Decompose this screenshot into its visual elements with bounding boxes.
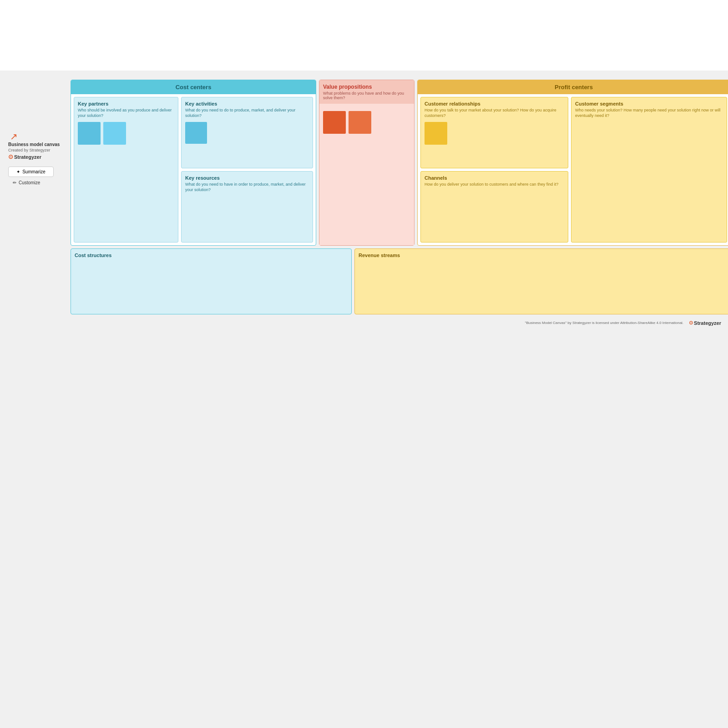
key-activities-title: Key activities (185, 101, 309, 106)
cost-centers-header: Cost centers (71, 80, 316, 94)
brand-logo-area: ↗ Business model canvas Created by Strat… (8, 132, 67, 160)
cost-structures-title: Cost structures (75, 253, 348, 258)
value-propositions-header: Value propositions What problems do you … (319, 80, 414, 104)
key-activities-desc: What do you need to do to produce, marke… (185, 108, 309, 118)
key-activities-resources-column: Key activities What do you need to do to… (181, 97, 313, 243)
footer: "Business Model Canvas" by Strategyzer i… (141, 316, 728, 329)
profit-centers-label: Profit centers (555, 84, 593, 91)
sticky-note-blue-3 (185, 122, 207, 144)
strategyzer-logo: ⊙Strategyzer (8, 153, 67, 160)
key-partners-desc: Who should be involved as you produce an… (78, 108, 174, 118)
sticky-note-orange (349, 111, 371, 134)
strategyzer-name: Strategyzer (14, 154, 41, 160)
value-propositions-subtitle: What problems do you have and how do you… (323, 91, 410, 100)
cost-structures-block: Cost structures (71, 248, 352, 314)
key-activities-block: Key activities What do you need to do to… (181, 97, 313, 168)
footer-logo: ⊙ Strategyzer (689, 320, 721, 326)
value-propositions-content (319, 104, 414, 245)
value-propositions-block: Value propositions What problems do you … (319, 80, 415, 246)
summarize-button[interactable]: ✦ Summarize (8, 167, 54, 177)
key-resources-desc: What do you need to have in order to pro… (185, 182, 309, 192)
sticky-note-orange-dark (323, 111, 346, 134)
profit-left-column: Customer relationships How do you talk t… (420, 97, 568, 243)
sticky-note-blue-2 (103, 122, 126, 145)
customer-relationships-desc: How do you talk to your market about you… (425, 108, 564, 118)
footer-strategyzer-name: Strategyzer (694, 320, 721, 326)
cost-centers-label: Cost centers (176, 84, 212, 91)
profit-centers-header: Profit centers (418, 80, 728, 94)
key-partners-title: Key partners (78, 101, 174, 106)
arrow-icon: ↗ (10, 132, 67, 141)
brand-title: Business model canvas (8, 142, 67, 147)
summarize-label: Summarize (22, 169, 46, 174)
customer-relationships-block: Customer relationships How do you talk t… (420, 97, 568, 168)
brand-created-by: Created by Strategyzer (8, 148, 67, 152)
customize-label: Customize (19, 180, 40, 185)
footer-license-text: "Business Model Canvas" by Strategyzer i… (525, 321, 684, 325)
customer-segments-desc: Who needs your solution? How many people… (575, 108, 723, 118)
channels-block: Channels How do you deliver your solutio… (420, 171, 568, 243)
customer-segments-title: Customer segments (575, 101, 723, 106)
key-resources-title: Key resources (185, 175, 309, 181)
key-partners-block: Key partners Who should be involved as y… (74, 97, 178, 243)
pencil-icon: ✏ (13, 180, 16, 185)
channels-title: Channels (425, 175, 564, 181)
sticky-note-blue-1 (78, 122, 101, 145)
key-resources-block: Key resources What do you need to have i… (181, 171, 313, 243)
cost-centers-block: Cost centers Key partners Who should be … (71, 80, 316, 246)
profit-centers-block: Profit centers Customer relationships Ho… (417, 80, 728, 246)
customer-relationships-title: Customer relationships (425, 101, 564, 106)
footer-s-icon: ⊙ (689, 320, 693, 326)
sparkle-icon: ✦ (16, 169, 20, 174)
customer-segments-block: Customer segments Who needs your solutio… (571, 97, 727, 243)
revenue-streams-title: Revenue streams (359, 253, 726, 258)
channels-desc: How do you deliver your solution to cust… (425, 182, 564, 187)
revenue-streams-block: Revenue streams (354, 248, 728, 314)
sticky-note-yellow (425, 122, 447, 145)
customize-button[interactable]: ✏ Customize (8, 179, 54, 187)
value-propositions-title: Value propositions (323, 84, 410, 90)
